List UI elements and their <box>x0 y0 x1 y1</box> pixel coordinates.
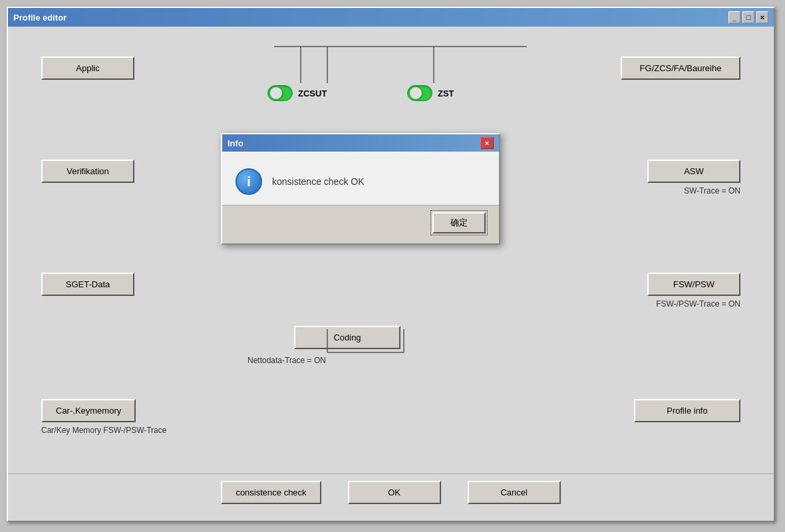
bottom-bar: consistence check OK Cancel <box>8 473 774 511</box>
sget-data-button[interactable]: SGET-Data <box>41 273 134 296</box>
verifikation-button[interactable]: Verifikation <box>41 160 134 183</box>
ok-button[interactable]: OK <box>348 481 441 504</box>
dialog-info-icon: i <box>236 168 262 195</box>
main-content: Applic Verifikation SGET-Data Car-,Keyme… <box>8 27 774 521</box>
dialog-footer: 确定 <box>222 205 499 243</box>
dialog-title-bar: Info × <box>222 134 499 152</box>
dialog-ok-button[interactable]: 确定 <box>432 212 486 233</box>
nettodata-trace-text: Nettodata-Trace = ON <box>247 356 326 365</box>
title-bar-controls: _ □ × <box>728 11 768 23</box>
coding-button[interactable]: Coding <box>294 326 400 349</box>
close-button[interactable]: × <box>756 11 768 23</box>
consistence-check-button[interactable]: consistence check <box>221 481 321 504</box>
car-keymemory-button[interactable]: Car-,Keymemory <box>41 399 136 422</box>
window-title: Profile editor <box>13 13 67 23</box>
zcsut-toggle-container: ZCSUT <box>267 85 327 101</box>
main-window: Profile editor _ □ × Appli <box>7 7 775 522</box>
asw-trace-text: SW-Trace = ON <box>684 186 740 196</box>
zcsut-toggle[interactable] <box>267 85 293 101</box>
dialog-message: konsistence check OK <box>272 176 365 187</box>
title-bar: Profile editor _ □ × <box>8 8 774 27</box>
minimize-button[interactable]: _ <box>728 11 740 23</box>
zst-toggle[interactable] <box>407 85 432 101</box>
fg-zcs-fa-button[interactable]: FG/ZCS/FA/Baureihe <box>621 57 740 80</box>
fsw-psw-button[interactable]: FSW/PSW <box>647 273 740 296</box>
dialog-close-button[interactable]: × <box>480 137 494 149</box>
dialog-body: i konsistence check OK <box>222 152 499 205</box>
info-dialog: Info × i konsistence check OK 确定 <box>221 133 500 245</box>
zst-label: ZST <box>438 88 454 98</box>
applic-button[interactable]: Applic <box>41 57 134 80</box>
zcsut-label: ZCSUT <box>298 88 327 98</box>
cancel-button[interactable]: Cancel <box>468 481 561 504</box>
asw-button[interactable]: ASW <box>647 160 740 183</box>
car-key-trace-text: Car/Key Memory FSW-/PSW-Trace <box>41 426 166 435</box>
zst-toggle-container: ZST <box>407 85 454 101</box>
profile-info-button[interactable]: Profile info <box>634 399 740 422</box>
fsw-psw-trace-text: FSW-/PSW-Trace = ON <box>656 299 740 309</box>
maximize-button[interactable]: □ <box>742 11 754 23</box>
dialog-title: Info <box>228 138 243 148</box>
